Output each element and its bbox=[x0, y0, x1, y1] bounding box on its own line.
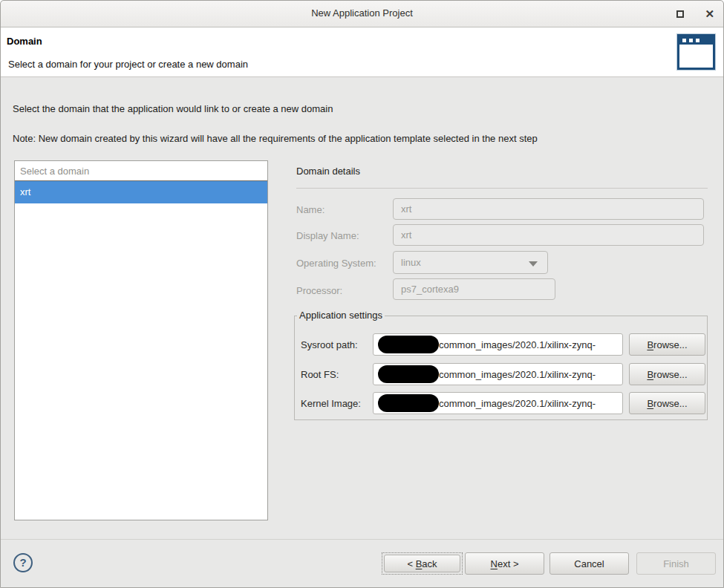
icon-dot bbox=[682, 39, 686, 42]
redaction-blob bbox=[378, 365, 439, 383]
processor-field bbox=[393, 278, 555, 300]
application-settings-group: Application settings Sysroot path: commo… bbox=[294, 316, 708, 420]
sysroot-path-label: Sysroot path: bbox=[301, 339, 358, 350]
titlebar[interactable]: New Application Project ✕ bbox=[1, 1, 723, 27]
help-button[interactable]: ? bbox=[13, 553, 33, 572]
cancel-button[interactable]: Cancel bbox=[549, 552, 629, 575]
domain-list: Select a domain xrt bbox=[14, 160, 268, 520]
page-title: Domain bbox=[7, 36, 42, 47]
domain-details-title: Domain details bbox=[296, 166, 360, 177]
window-app-icon bbox=[677, 34, 715, 70]
root-fs-path-text: common_images/2020.1/xilinx-zynq- bbox=[439, 369, 596, 380]
operating-system-label: Operating System: bbox=[296, 258, 376, 269]
sysroot-browse-button[interactable]: Browse... bbox=[629, 333, 705, 356]
window-title: New Application Project bbox=[1, 7, 723, 19]
name-label: Name: bbox=[296, 204, 325, 215]
maximize-icon[interactable] bbox=[676, 10, 684, 18]
display-name-field bbox=[393, 224, 704, 246]
icon-dot bbox=[689, 39, 693, 42]
next-button[interactable]: Next > bbox=[465, 552, 544, 575]
sysroot-path-input[interactable]: common_images/2020.1/xilinx-zynq- bbox=[373, 333, 623, 356]
root-fs-input[interactable]: common_images/2020.1/xilinx-zynq- bbox=[373, 363, 623, 385]
back-button[interactable]: < Back bbox=[384, 555, 460, 572]
wizard-header: Domain Select a domain for your project … bbox=[1, 27, 723, 77]
domain-list-header: Select a domain bbox=[15, 161, 267, 181]
footer-separator bbox=[1, 539, 723, 540]
domain-details-separator bbox=[296, 188, 708, 189]
kernel-image-label: Kernel Image: bbox=[301, 398, 361, 409]
page-subtitle: Select a domain for your project or crea… bbox=[8, 59, 248, 70]
finish-button: Finish bbox=[636, 552, 716, 575]
chevron-down-icon bbox=[529, 261, 538, 267]
application-settings-title: Application settings bbox=[297, 310, 385, 321]
close-icon[interactable]: ✕ bbox=[705, 7, 714, 22]
kernel-image-path-text: common_images/2020.1/xilinx-zynq- bbox=[439, 398, 596, 409]
name-field bbox=[393, 198, 704, 220]
root-fs-label: Root FS: bbox=[301, 369, 339, 380]
processor-label: Processor: bbox=[296, 285, 342, 296]
instruction-text: Select the domain that the application w… bbox=[13, 103, 333, 114]
back-button-focus-ring: < Back bbox=[382, 552, 463, 575]
root-fs-browse-button[interactable]: Browse... bbox=[629, 363, 705, 385]
redaction-blob bbox=[378, 394, 439, 412]
operating-system-value: linux bbox=[401, 257, 421, 268]
operating-system-select: linux bbox=[393, 251, 548, 274]
note-text: Note: New domain created by this wizard … bbox=[13, 133, 538, 144]
display-name-label: Display Name: bbox=[296, 230, 359, 241]
icon-dot bbox=[696, 39, 699, 42]
kernel-image-input[interactable]: common_images/2020.1/xilinx-zynq- bbox=[373, 392, 623, 414]
sysroot-path-text: common_images/2020.1/xilinx-zynq- bbox=[439, 339, 596, 350]
redaction-blob bbox=[378, 336, 439, 353]
domain-list-item-xrt[interactable]: xrt bbox=[15, 181, 267, 203]
new-application-project-dialog: New Application Project ✕ Domain Select … bbox=[0, 0, 724, 588]
kernel-image-browse-button[interactable]: Browse... bbox=[629, 392, 705, 414]
